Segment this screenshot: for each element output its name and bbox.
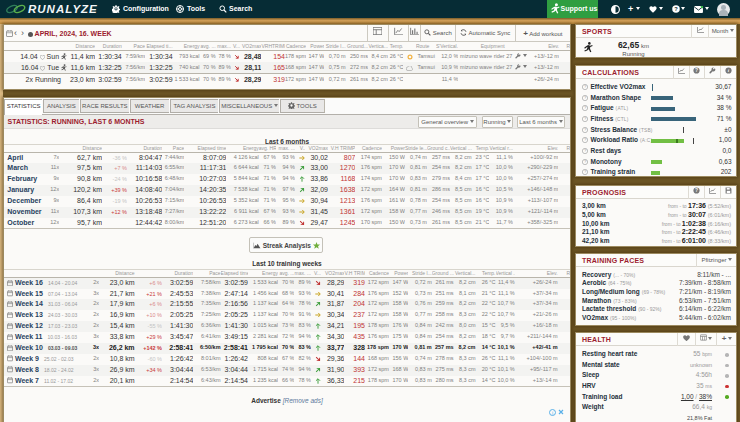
svg-text:?: ? [583,85,586,90]
svg-text:?: ? [674,6,678,12]
svg-text:i: i [552,410,553,416]
svg-text:?: ? [583,148,586,153]
svg-text:?: ? [583,159,586,164]
svg-text:?: ? [583,106,586,111]
svg-text:?: ? [583,138,586,143]
svg-text:?: ? [695,68,698,73]
svg-text:?: ? [695,188,698,193]
svg-text:?: ? [583,117,586,122]
svg-text:?: ? [583,95,586,100]
svg-text:?: ? [583,127,586,132]
svg-text:?: ? [583,170,586,175]
